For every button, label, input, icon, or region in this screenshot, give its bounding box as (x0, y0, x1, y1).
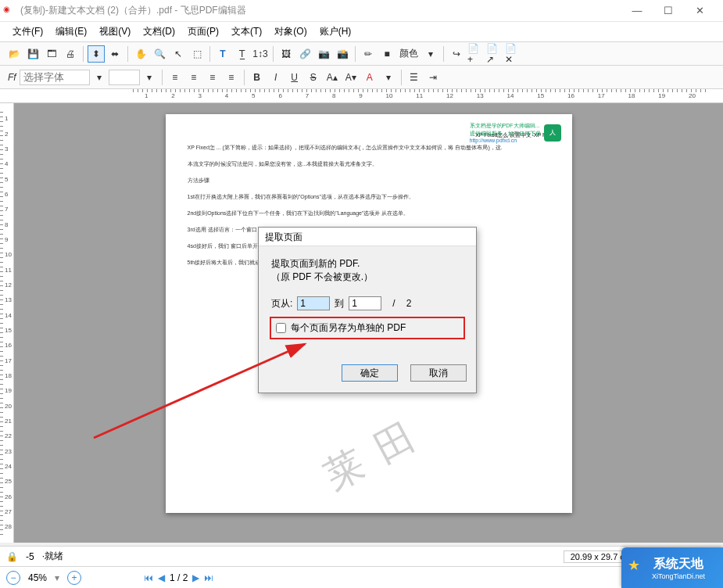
star-icon: ★ (628, 557, 640, 574)
align-center-icon[interactable]: ≡ (185, 69, 202, 86)
eyedropper-icon[interactable]: ✏ (360, 45, 377, 63)
menu-page[interactable]: 页面(P) (181, 25, 225, 38)
pdf-badge-icon: 人 (544, 124, 561, 142)
separate-pdf-checkbox[interactable] (276, 323, 286, 333)
dialog-subtitle2: （原 PDF 不会被更改.） (271, 271, 464, 284)
print-icon[interactable]: 🖨 (62, 45, 79, 63)
separator (127, 46, 128, 62)
font-dropdown-icon[interactable]: ▾ (91, 69, 108, 86)
text-color-icon[interactable]: A (361, 69, 378, 86)
link-icon[interactable]: 🔗 (296, 45, 313, 63)
watermark-line1: 系统天地 (653, 556, 703, 572)
zoom-out-button[interactable]: − (6, 571, 20, 585)
zoombar: − 45% ▾ + ⏮ ◀ 1 / 2 ▶ ⏭ (0, 566, 723, 588)
menu-file[interactable]: 文件(F) (6, 25, 49, 38)
italic-icon[interactable]: I (267, 69, 285, 86)
color-dropdown-icon[interactable]: ▾ (422, 45, 439, 63)
minimize-button[interactable]: — (626, 5, 648, 16)
zoom-value: 45% (28, 572, 47, 583)
camera-icon[interactable]: 📸 (334, 45, 351, 63)
page-to-input[interactable] (349, 296, 381, 310)
export-icon[interactable]: ↪ (448, 45, 465, 63)
stamp-line2: 提供编辑服务，如有任何下载 (470, 130, 541, 138)
underline-icon[interactable]: U (286, 69, 303, 86)
menubar: 文件(F) 编辑(E) 视图(V) 文档(D) 页面(P) 文本(T) 对象(O… (0, 22, 723, 42)
pointer-icon[interactable]: ↖ (170, 45, 187, 63)
page-navigation: ⏮ ◀ 1 / 2 ▶ ⏭ (144, 572, 213, 583)
delete-page-icon[interactable]: 📄✕ (504, 45, 521, 63)
stamp-line1: 系文档是学的PDF大师编辑... (470, 122, 541, 130)
format-toolbar: Ff ▾ ▾ ≡ ≡ ≡ ≡ B I U S A▴ A▾ A ▾ ☰ ⇥ (0, 66, 723, 89)
snapshot-icon[interactable]: 📷 (315, 45, 332, 63)
separator (273, 46, 274, 62)
line-spacing-icon[interactable]: 1↕3 (252, 45, 269, 63)
first-page-button[interactable]: ⏮ (144, 572, 153, 583)
separator (162, 70, 163, 85)
status-ready: ·就绪 (42, 550, 63, 563)
saveas-icon[interactable]: 🗔 (43, 45, 60, 63)
fontsize-dropdown-icon[interactable]: ▾ (141, 69, 158, 86)
site-watermark: ★ 系统天地 XiTongTianDi.net (621, 547, 723, 588)
page-total: 2 (406, 298, 412, 309)
page-watermark: 莱 田 (315, 409, 427, 501)
subscript-icon[interactable]: A▾ (342, 69, 360, 86)
align-right-icon[interactable]: ≡ (204, 69, 221, 86)
font-select[interactable] (20, 70, 90, 85)
main-toolbar: 📂 💾 🗔 🖨 ⬍ ⬌ ✋ 🔍 ↖ ⬚ T T̲ 1↕3 🖼 🔗 📷 📸 ✏ ■… (0, 42, 723, 66)
menu-view[interactable]: 视图(V) (93, 25, 137, 38)
dialog-subtitle1: 提取页面到新的 PDF. (271, 257, 464, 271)
superscript-icon[interactable]: A▴ (324, 69, 341, 86)
prev-page-button[interactable]: ◀ (158, 572, 165, 583)
save-icon[interactable]: 💾 (24, 45, 41, 63)
separator (244, 70, 245, 85)
separator (83, 46, 84, 62)
menu-account[interactable]: 账户(H) (313, 25, 358, 38)
last-page-button[interactable]: ⏭ (204, 572, 213, 583)
textcolor-dropdown-icon[interactable]: ▾ (380, 69, 397, 86)
align-left-icon[interactable]: ≡ (166, 69, 184, 86)
menu-edit[interactable]: 编辑(E) (49, 25, 93, 38)
strike-icon[interactable]: S (305, 69, 322, 86)
statusbar: 🔒 -5 ·就绪 20.99 x 29.7 cm 预览 (0, 546, 723, 566)
add-page-icon[interactable]: 📄+ (467, 45, 484, 63)
open-icon[interactable]: 📂 (5, 45, 23, 63)
next-page-button[interactable]: ▶ (192, 572, 199, 583)
select-icon[interactable]: ⬚ (188, 45, 206, 63)
menu-document[interactable]: 文档(D) (137, 25, 181, 38)
highlighted-option: 每个页面另存为单独的 PDF (270, 317, 465, 339)
separator (209, 46, 210, 62)
window-controls: — ☐ ✕ (626, 5, 720, 16)
indent-icon[interactable]: ⇥ (424, 69, 442, 86)
page-from-label: 页从: (271, 297, 292, 310)
text-tool-icon[interactable]: T (214, 45, 231, 63)
font-prefix: Ff (8, 72, 16, 83)
text-edit-icon[interactable]: T̲ (233, 45, 250, 63)
align-justify-icon[interactable]: ≡ (223, 69, 240, 86)
font-size-input[interactable] (109, 70, 140, 85)
close-button[interactable]: ✕ (689, 5, 710, 16)
slash-label: / (392, 298, 395, 309)
color-swatch-icon[interactable]: ■ (378, 45, 396, 63)
image-tool-icon[interactable]: 🖼 (277, 45, 295, 63)
cancel-button[interactable]: 取消 (410, 364, 467, 382)
page-indicator[interactable]: 1 / 2 (170, 572, 188, 583)
stamp-url: http://www.pdfxd.cn (470, 138, 541, 143)
page-width-icon[interactable]: ⬌ (106, 45, 123, 63)
extract-page-icon[interactable]: 📄↗ (485, 45, 503, 63)
menu-object[interactable]: 对象(O) (268, 25, 313, 38)
horizontal-ruler: 1234567891011121314151617181920 (0, 89, 723, 103)
hand-icon[interactable]: ✋ (132, 45, 149, 63)
ok-button[interactable]: 确定 (342, 364, 398, 382)
bold-icon[interactable]: B (249, 69, 266, 86)
separator (401, 70, 402, 85)
color-label: 颜色 (399, 47, 418, 60)
separate-pdf-label: 每个页面另存为单独的 PDF (291, 321, 406, 335)
menu-text[interactable]: 文本(T) (225, 25, 268, 38)
dialog-title: 提取页面 (259, 228, 476, 246)
maximize-button[interactable]: ☐ (657, 5, 679, 16)
zoom-in-button[interactable]: + (67, 571, 81, 585)
page-from-input[interactable] (297, 296, 330, 310)
page-fit-icon[interactable]: ⬍ (88, 45, 105, 63)
list-icon[interactable]: ☰ (406, 69, 423, 86)
zoom-icon[interactable]: 🔍 (151, 45, 168, 63)
